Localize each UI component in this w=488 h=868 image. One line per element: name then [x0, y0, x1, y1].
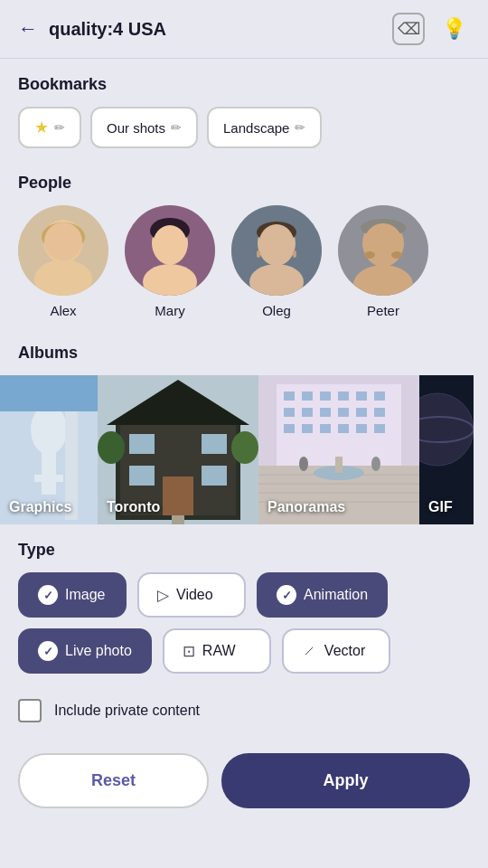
album-toronto[interactable]: Toronto: [98, 375, 258, 524]
type-label-animation: Animation: [304, 587, 368, 603]
svg-rect-54: [338, 392, 349, 401]
person-alex[interactable]: Alex: [18, 205, 108, 318]
person-name-mary: Mary: [155, 303, 184, 318]
bottom-actions: Reset Apply: [0, 739, 488, 834]
svg-rect-38: [129, 466, 155, 486]
check-icon-live-photo: ✓: [38, 641, 58, 661]
svg-rect-70: [335, 457, 343, 473]
apply-button[interactable]: Apply: [221, 753, 470, 808]
type-chip-live-photo[interactable]: ✓ Live photo: [18, 628, 152, 674]
album-label-toronto: Toronto: [107, 499, 160, 515]
svg-rect-56: [374, 392, 385, 401]
reset-button[interactable]: Reset: [18, 753, 209, 808]
svg-point-10: [153, 225, 187, 265]
person-name-peter: Peter: [367, 303, 399, 318]
album-graphics[interactable]: Graphics: [0, 375, 98, 524]
type-chip-video[interactable]: ▷ Video: [137, 572, 246, 618]
edit-icon: ✏: [54, 120, 65, 135]
svg-point-23: [364, 251, 375, 259]
type-chip-vector[interactable]: ⟋ Vector: [282, 628, 390, 674]
private-content-row: Include private content: [0, 683, 488, 739]
svg-point-21: [363, 223, 403, 267]
svg-point-5: [44, 222, 82, 260]
svg-rect-67: [356, 424, 367, 433]
header: ← quality:4 USA ⌫ 💡: [0, 0, 488, 59]
svg-rect-64: [302, 424, 313, 433]
type-chip-raw[interactable]: ⊡ RAW: [163, 628, 271, 674]
svg-rect-29: [34, 475, 63, 482]
svg-rect-65: [320, 424, 331, 433]
album-label-graphics: Graphics: [9, 499, 71, 515]
svg-rect-55: [356, 392, 367, 401]
album-label-panoramas: Panoramas: [267, 499, 345, 515]
lightbulb-button[interactable]: 💡: [437, 13, 470, 45]
svg-rect-17: [293, 250, 296, 258]
lightbulb-icon: 💡: [442, 17, 466, 41]
svg-point-72: [371, 457, 380, 471]
bookmark-star[interactable]: ★ ✏: [18, 107, 81, 148]
svg-rect-40: [163, 476, 193, 515]
svg-rect-39: [202, 466, 227, 486]
svg-rect-57: [284, 408, 295, 417]
svg-rect-37: [202, 434, 227, 454]
bookmark-label: Our shots: [107, 120, 165, 136]
svg-rect-41: [172, 515, 184, 524]
bookmark-landscape[interactable]: Landscape ✏: [207, 107, 322, 148]
star-icon: ★: [34, 118, 49, 137]
svg-rect-68: [374, 424, 385, 433]
svg-point-14: [258, 224, 295, 266]
albums-scroll: Graphics Toronto: [0, 375, 488, 524]
avatar-mary: [125, 205, 215, 296]
person-mary[interactable]: Mary: [125, 205, 215, 318]
check-icon-image: ✓: [38, 585, 58, 605]
people-row: Alex Mary: [18, 205, 470, 318]
svg-rect-62: [374, 408, 385, 417]
type-chip-image[interactable]: ✓ Image: [18, 572, 127, 618]
svg-rect-36: [129, 434, 155, 454]
albums-section: Albums: [0, 327, 488, 363]
person-peter[interactable]: Peter: [338, 205, 428, 318]
type-title: Type: [18, 541, 470, 560]
svg-rect-61: [356, 408, 367, 417]
delete-icon-button[interactable]: ⌫: [392, 13, 425, 45]
edit-icon: ✏: [295, 120, 305, 135]
bookmark-our-shots[interactable]: Our shots ✏: [90, 107, 198, 148]
type-label-vector: Vector: [324, 643, 365, 659]
svg-point-71: [299, 457, 308, 471]
svg-rect-59: [320, 408, 331, 417]
person-name-oleg: Oleg: [262, 303, 291, 318]
svg-rect-60: [338, 408, 349, 417]
person-oleg[interactable]: Oleg: [231, 205, 322, 318]
people-section: People Alex: [0, 157, 488, 327]
svg-rect-66: [338, 424, 349, 433]
edit-icon: ✏: [171, 120, 182, 135]
type-grid: ✓ Image ▷ Video ✓ Animation ✓ Live photo…: [18, 572, 470, 674]
type-chip-animation[interactable]: ✓ Animation: [257, 572, 388, 618]
type-label-image: Image: [65, 587, 105, 603]
type-label-live-photo: Live photo: [65, 643, 132, 659]
private-checkbox[interactable]: [18, 699, 42, 722]
albums-title: Albums: [18, 344, 470, 363]
svg-rect-52: [302, 392, 313, 401]
album-label-gif: GIF: [428, 499, 453, 515]
back-button[interactable]: ←: [18, 17, 38, 41]
page-title: quality:4 USA: [49, 19, 392, 40]
bookmark-label: Landscape: [223, 120, 289, 136]
svg-rect-53: [320, 392, 331, 401]
type-label-raw: RAW: [202, 643, 236, 659]
check-icon-animation: ✓: [277, 585, 296, 605]
svg-rect-16: [257, 250, 260, 258]
avatar-peter: [338, 205, 428, 296]
album-panoramas[interactable]: Panoramas: [258, 375, 419, 524]
private-label: Include private content: [54, 703, 200, 719]
album-gif[interactable]: GIF: [419, 375, 474, 524]
svg-rect-51: [284, 392, 295, 401]
delete-icon: ⌫: [398, 19, 420, 39]
video-icon: ▷: [157, 586, 169, 605]
svg-rect-28: [42, 449, 56, 495]
svg-point-27: [31, 404, 67, 455]
avatar-oleg: [231, 205, 322, 296]
people-title: People: [18, 174, 470, 193]
header-actions: ⌫ 💡: [392, 13, 470, 45]
bookmarks-section: Bookmarks ★ ✏ Our shots ✏ Landscape ✏: [0, 59, 488, 157]
